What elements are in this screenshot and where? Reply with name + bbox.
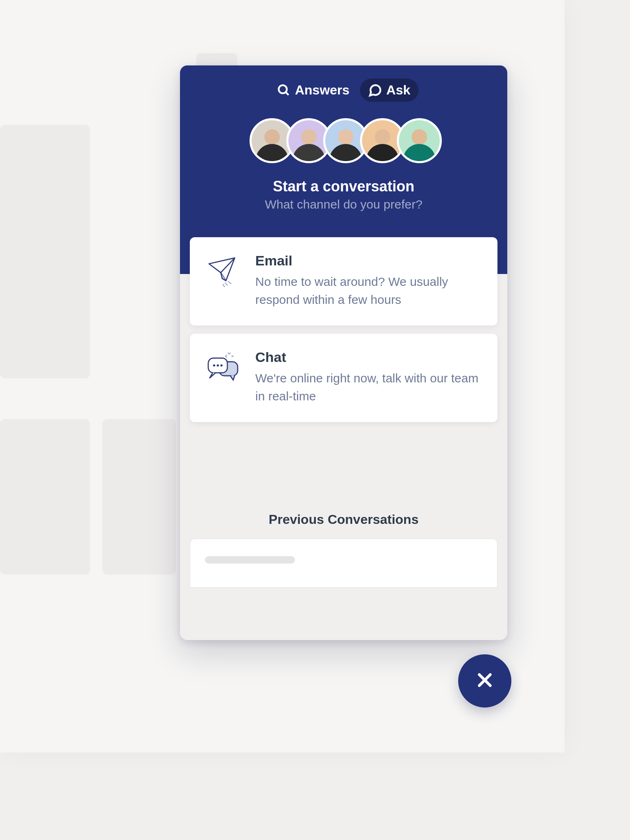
team-avatars (180, 118, 507, 163)
bg-placeholder (102, 419, 176, 575)
bg-placeholder (0, 419, 90, 575)
svg-line-4 (223, 284, 225, 286)
channel-email-text: Email No time to wait around? We usually… (255, 253, 483, 308)
chat-widget: Answers Ask Start a conversation What ch… (180, 65, 507, 640)
header-title: Start a conversation (180, 178, 507, 195)
paper-plane-icon (205, 253, 241, 290)
search-icon (277, 83, 291, 97)
channel-chat-card[interactable]: Chat We're online right now, talk with o… (190, 334, 497, 422)
svg-line-1 (286, 92, 288, 95)
skeleton-line (205, 556, 295, 564)
close-icon (475, 671, 494, 691)
cards-container: Email No time to wait around? We usually… (190, 237, 497, 588)
tab-row: Answers Ask (180, 79, 507, 102)
channel-chat-desc: We're online right now, talk with our te… (255, 369, 483, 405)
svg-line-3 (228, 281, 231, 283)
tab-answers-label: Answers (295, 83, 349, 98)
channel-email-card[interactable]: Email No time to wait around? We usually… (190, 237, 497, 326)
chat-bubbles-icon (205, 349, 241, 386)
channel-chat-text: Chat We're online right now, talk with o… (255, 349, 483, 405)
svg-line-2 (225, 283, 227, 285)
close-button[interactable] (458, 654, 511, 707)
header-subtitle: What channel do you prefer? (180, 198, 507, 211)
avatar (397, 118, 442, 163)
svg-point-7 (213, 364, 215, 366)
bg-placeholder (0, 125, 90, 378)
channel-email-title: Email (255, 253, 483, 269)
svg-point-0 (279, 85, 287, 93)
previous-conversation-card[interactable] (190, 539, 497, 588)
tab-answers[interactable]: Answers (269, 79, 358, 102)
svg-point-8 (217, 364, 219, 366)
channel-email-desc: No time to wait around? We usually respo… (255, 273, 483, 308)
chat-bubble-icon (368, 83, 382, 97)
channel-chat-title: Chat (255, 349, 483, 365)
tab-ask-label: Ask (386, 83, 410, 98)
previous-conversations-title: Previous Conversations (190, 512, 497, 527)
svg-point-9 (220, 364, 223, 366)
tab-ask[interactable]: Ask (360, 79, 418, 102)
